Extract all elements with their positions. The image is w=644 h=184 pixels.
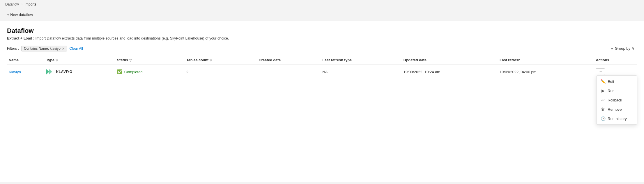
col-status: Status ▽ xyxy=(115,56,185,65)
filters-row: Filters : Contains Name: klaviyo × Clear… xyxy=(7,45,637,52)
menu-item-run-history[interactable]: 🕐 Run history xyxy=(597,114,637,123)
menu-item-rollback[interactable]: ↩ Rollback xyxy=(597,95,637,105)
action-bar: + New dataflow xyxy=(0,9,644,21)
col-last-refresh-type: Last refresh type xyxy=(321,56,401,65)
run-history-icon: 🕐 xyxy=(601,116,605,121)
status-label: Completed xyxy=(124,70,143,74)
filters-left: Filters : Contains Name: klaviyo × Clear… xyxy=(7,46,83,51)
table-body: Klaviyo Klaviyo xyxy=(7,65,637,79)
table-header: Name Type ▽ Status ▽ Tables cou xyxy=(7,56,637,65)
col-updated-date: Updated date xyxy=(402,56,498,65)
cell-type: Klaviyo xyxy=(45,65,115,79)
klaviyo-logo: Klaviyo xyxy=(46,69,114,74)
menu-item-run[interactable]: ▶ Run xyxy=(597,86,637,95)
rollback-icon: ↩ xyxy=(601,98,605,102)
page-description: Extract + Load : Import Dataflow extract… xyxy=(7,36,637,40)
chevron-down-icon: ∨ xyxy=(632,46,635,51)
menu-item-remove-label: Remove xyxy=(608,107,622,112)
status-check-icon: ✅ xyxy=(117,69,123,74)
desc-text: Import Dataflow extracts data from multi… xyxy=(36,36,229,40)
main-content: Dataflow Extract + Load : Import Dataflo… xyxy=(0,21,644,182)
cell-last-refresh: 19/09/2022, 04:00 pm xyxy=(498,65,594,79)
menu-item-run-label: Run xyxy=(608,89,615,93)
status-filter-icon[interactable]: ▽ xyxy=(129,58,132,62)
group-by-icon: ≡ xyxy=(611,46,613,51)
col-type: Type ▽ xyxy=(45,56,115,65)
actions-menu-button[interactable]: ··· xyxy=(596,68,605,75)
breadcrumb-separator: › xyxy=(21,2,22,6)
data-table: Name Type ▽ Status ▽ Tables cou xyxy=(7,56,637,79)
run-icon: ▶ xyxy=(601,88,605,93)
klaviyo-type-label: Klaviyo xyxy=(56,70,72,74)
cell-created-date xyxy=(257,65,321,79)
breadcrumb-parent[interactable]: Dataflow xyxy=(5,2,19,6)
col-last-refresh: Last refresh xyxy=(498,56,594,65)
col-actions: Actions xyxy=(594,56,637,65)
filter-tag-text: Contains Name: klaviyo xyxy=(24,47,61,51)
status-completed: ✅ Completed xyxy=(117,69,183,74)
klaviyo-logo-mark xyxy=(46,69,54,74)
cell-name: Klaviyo xyxy=(7,65,45,79)
filters-label: Filters : xyxy=(7,47,19,51)
table-row: Klaviyo Klaviyo xyxy=(7,65,637,79)
group-by-label: Group by xyxy=(615,46,630,51)
col-name: Name xyxy=(7,56,45,65)
desc-bold: Extract + Load : xyxy=(7,36,34,40)
menu-item-edit-label: Edit xyxy=(608,79,614,84)
cell-last-refresh-type: NA xyxy=(321,65,401,79)
filter-tag-close-button[interactable]: × xyxy=(62,47,64,51)
row-name-link[interactable]: Klaviyo xyxy=(9,70,21,74)
tables-count-filter-icon[interactable]: ▽ xyxy=(210,58,212,62)
cell-tables-count: 2 xyxy=(185,65,257,79)
cell-updated-date: 19/09/2022, 10:24 am xyxy=(402,65,498,79)
page-title: Dataflow xyxy=(7,27,637,35)
clear-all-button[interactable]: Clear All xyxy=(69,47,83,51)
group-by-button[interactable]: ≡ Group by ∨ xyxy=(609,45,637,52)
menu-item-rollback-label: Rollback xyxy=(608,98,622,102)
group-by-container: ≡ Group by ∨ xyxy=(609,45,637,52)
actions-dropdown-menu: ✏️ Edit ▶ Run ↩ Rollback 🗑 xyxy=(596,75,637,125)
remove-icon: 🗑 xyxy=(601,107,605,112)
filter-tag: Contains Name: klaviyo × xyxy=(21,46,67,51)
breadcrumb-current: Imports xyxy=(25,2,36,6)
new-dataflow-button[interactable]: + New dataflow xyxy=(5,11,35,18)
svg-marker-0 xyxy=(46,69,49,74)
type-filter-icon[interactable]: ▽ xyxy=(56,58,58,62)
edit-icon: ✏️ xyxy=(601,79,605,84)
menu-item-remove[interactable]: 🗑 Remove xyxy=(597,105,637,114)
cell-status: ✅ Completed xyxy=(115,65,185,79)
menu-item-run-history-label: Run history xyxy=(608,117,627,121)
menu-item-edit[interactable]: ✏️ Edit xyxy=(597,77,637,86)
col-created-date: Created date xyxy=(257,56,321,65)
col-tables-count: Tables count ▽ xyxy=(185,56,257,65)
svg-marker-1 xyxy=(49,69,52,74)
cell-actions: ··· ✏️ Edit ▶ Run ↩ Rollback xyxy=(594,65,637,79)
top-bar: Dataflow › Imports xyxy=(0,0,644,9)
